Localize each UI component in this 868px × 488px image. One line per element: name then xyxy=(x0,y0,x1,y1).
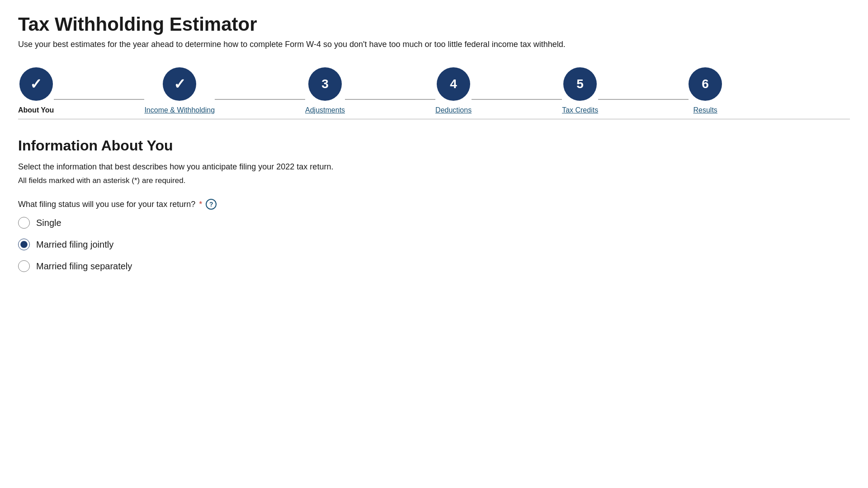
radio-married-separately[interactable] xyxy=(18,260,30,272)
required-star: * xyxy=(199,200,202,209)
step-3-circle[interactable]: 3 xyxy=(308,67,342,101)
label-married-jointly: Married filing jointly xyxy=(36,239,113,250)
step-2-circle[interactable]: ✓ xyxy=(163,67,196,101)
step-results[interactable]: 6 Results xyxy=(689,67,722,114)
step-1-label: About You xyxy=(18,106,54,114)
step-3-number: 3 xyxy=(321,77,329,91)
stepper: ✓ About You ✓ Income & Withholding 3 Adj… xyxy=(18,67,850,114)
step-6-circle[interactable]: 6 xyxy=(689,67,722,101)
option-single[interactable]: Single xyxy=(18,217,850,229)
required-note: All fields marked with an asterisk (*) a… xyxy=(18,176,850,185)
step-about-you[interactable]: ✓ About You xyxy=(18,67,54,114)
step-6-number: 6 xyxy=(702,77,709,91)
step-3-label[interactable]: Adjustments xyxy=(305,106,345,114)
filing-status-question: What filing status will you use for your… xyxy=(18,199,850,210)
label-married-separately: Married filing separately xyxy=(36,261,132,272)
option-married-separately[interactable]: Married filing separately xyxy=(18,260,850,272)
radio-single[interactable] xyxy=(18,217,30,229)
step-2-label[interactable]: Income & Withholding xyxy=(144,106,215,114)
main-content: Information About You Select the informa… xyxy=(18,137,850,272)
step-4-label[interactable]: Deductions xyxy=(435,106,472,114)
step-connector-3 xyxy=(345,99,435,100)
step-5-label[interactable]: Tax Credits xyxy=(562,106,598,114)
step-tax-credits[interactable]: 5 Tax Credits xyxy=(562,67,598,114)
page-subtitle: Use your best estimates for the year ahe… xyxy=(18,40,832,49)
step-income-withholding[interactable]: ✓ Income & Withholding xyxy=(144,67,215,114)
checkmark-icon-2: ✓ xyxy=(174,75,186,93)
section-divider xyxy=(18,119,850,119)
step-connector-4 xyxy=(472,99,562,100)
step-6-label[interactable]: Results xyxy=(693,106,717,114)
section-description: Select the information that best describ… xyxy=(18,162,850,172)
help-icon[interactable]: ? xyxy=(206,199,217,210)
page-title: Tax Withholding Estimator xyxy=(18,14,850,35)
step-4-circle[interactable]: 4 xyxy=(437,67,470,101)
radio-married-jointly[interactable] xyxy=(18,239,30,250)
question-text: What filing status will you use for your… xyxy=(18,200,195,209)
section-title: Information About You xyxy=(18,137,850,154)
step-adjustments[interactable]: 3 Adjustments xyxy=(305,67,345,114)
checkmark-icon: ✓ xyxy=(30,75,42,93)
step-connector-5 xyxy=(598,99,689,100)
option-married-jointly[interactable]: Married filing jointly xyxy=(18,239,850,250)
step-1-circle[interactable]: ✓ xyxy=(19,67,53,101)
step-5-number: 5 xyxy=(576,77,584,91)
step-connector-2 xyxy=(215,99,305,100)
label-single: Single xyxy=(36,218,61,228)
step-connector-1 xyxy=(54,99,144,100)
step-4-number: 4 xyxy=(450,77,457,91)
step-5-circle[interactable]: 5 xyxy=(563,67,597,101)
step-deductions[interactable]: 4 Deductions xyxy=(435,67,472,114)
